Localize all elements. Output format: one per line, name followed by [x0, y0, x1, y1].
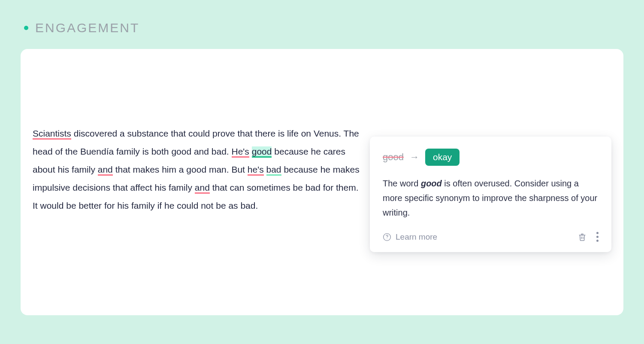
underline-error[interactable]: He's — [232, 146, 249, 158]
underline-engagement[interactable]: bad — [266, 164, 281, 176]
desc-bold-word: good — [421, 179, 442, 188]
panel-footer: Learn more — [383, 232, 599, 242]
underline-error[interactable]: and — [98, 164, 113, 176]
section-title: ENGAGEMENT — [35, 21, 139, 35]
underline-error[interactable]: and — [195, 183, 210, 194]
underline-error[interactable]: Sciantists — [33, 128, 71, 140]
bullet-icon — [24, 26, 28, 30]
learn-more-link[interactable]: Learn more — [383, 232, 437, 242]
underline-error[interactable]: he's — [248, 164, 264, 176]
trash-icon[interactable] — [577, 232, 587, 242]
suggestion-row: good → okay — [383, 149, 599, 166]
text-segment — [264, 164, 266, 174]
arrow-icon: → — [410, 152, 419, 163]
suggestion-panel: good → okay The word good is often overu… — [370, 137, 611, 252]
more-options-icon[interactable] — [596, 232, 599, 242]
replacement-chip[interactable]: okay — [425, 149, 460, 166]
text-segment — [249, 146, 252, 156]
original-word: good — [383, 152, 404, 163]
section-header: ENGAGEMENT — [24, 21, 623, 35]
learn-more-label: Learn more — [396, 232, 437, 242]
editor-text[interactable]: Sciantists discovered a substance that c… — [33, 76, 370, 215]
desc-text: The word — [383, 179, 421, 188]
footer-actions — [577, 232, 599, 242]
text-segment: that makes him a good man. But — [113, 164, 248, 174]
suggestion-description: The word good is often overused. Conside… — [383, 176, 599, 220]
help-icon — [383, 233, 391, 241]
svg-point-1 — [387, 238, 387, 239]
content-card: Sciantists discovered a substance that c… — [21, 49, 623, 315]
highlight-engagement[interactable]: good — [252, 146, 272, 158]
